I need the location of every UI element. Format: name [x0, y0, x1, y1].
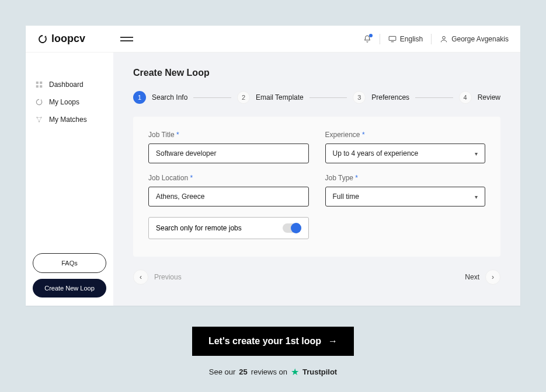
next-button[interactable]: Next ›: [465, 270, 500, 285]
step-preferences[interactable]: 3 Preferences: [353, 91, 409, 104]
trust-count: 25: [239, 368, 247, 376]
menu-toggle[interactable]: [120, 37, 133, 41]
step-connector: [193, 97, 231, 98]
jobtype-select[interactable]: Full time ▾: [325, 187, 486, 206]
trust-pre: See our: [209, 368, 236, 376]
cta-section: Let's create your 1st loop → See our 25 …: [0, 327, 546, 377]
step-email-template[interactable]: 2 Email Template: [237, 91, 304, 104]
step-label: Preferences: [371, 93, 409, 102]
arrow-right-icon: →: [328, 336, 338, 346]
cta-label: Let's create your 1st loop: [208, 336, 321, 346]
star-icon: ★: [291, 366, 299, 377]
user-menu[interactable]: George Avgenakis: [440, 35, 509, 43]
main-area: Dashboard My Loops My Matches FAQs C: [26, 52, 520, 306]
svg-rect-0: [389, 36, 396, 40]
step-number: 2: [237, 91, 250, 104]
field-experience: Experience * Up to 4 years of experience…: [325, 131, 486, 163]
trust-brand: Trustpilot: [302, 368, 337, 376]
step-connector: [415, 97, 453, 98]
location-input[interactable]: [148, 187, 309, 206]
stepper: 1 Search Info 2 Email Template 3 Prefere…: [133, 91, 500, 104]
svg-rect-3: [40, 82, 42, 84]
step-number: 1: [133, 91, 146, 104]
experience-label: Experience *: [325, 131, 486, 139]
previous-button[interactable]: ‹ Previous: [133, 270, 182, 285]
svg-rect-5: [40, 85, 42, 88]
jobtype-value: Full time: [333, 192, 359, 201]
language-switcher[interactable]: English: [388, 35, 423, 43]
step-number: 3: [353, 91, 366, 104]
sidebar: Dashboard My Loops My Matches FAQs C: [26, 52, 113, 306]
job-title-label: Job Title *: [148, 131, 309, 139]
svg-rect-4: [36, 85, 39, 88]
page-title: Create New Loop: [133, 68, 500, 78]
monitor-icon: [388, 36, 397, 43]
experience-select[interactable]: Up to 4 years of experience ▾: [325, 144, 486, 163]
svg-rect-2: [36, 82, 39, 84]
step-label: Email Template: [256, 93, 304, 102]
topbar: loopcv English George Avgenakis: [26, 26, 520, 52]
logo-text: loopcv: [51, 33, 85, 45]
topbar-right: English George Avgenakis: [363, 34, 509, 44]
jobtype-label: Job Type *: [325, 174, 486, 182]
job-title-input[interactable]: [148, 144, 309, 163]
notification-dot: [369, 34, 373, 37]
step-search-info[interactable]: 1 Search Info: [133, 91, 187, 104]
remote-toggle-row: Search only for remote jobs: [148, 217, 309, 239]
sidebar-item-label: My Loops: [49, 98, 79, 106]
location-label: Job Location *: [148, 174, 309, 182]
sidebar-bottom: FAQs Create New Loop: [33, 253, 106, 298]
chevron-down-icon: ▾: [475, 194, 478, 200]
sidebar-item-myloops[interactable]: My Loops: [33, 93, 106, 111]
step-connector: [309, 97, 347, 98]
loop-icon: [37, 34, 48, 44]
loop-icon: [35, 98, 43, 106]
trust-post: reviews on: [251, 368, 287, 376]
trustpilot-line[interactable]: See our 25 reviews on ★ Trustpilot: [209, 366, 337, 377]
faqs-label: FAQs: [61, 260, 78, 267]
field-location: Job Location *: [148, 174, 309, 206]
chevron-down-icon: ▾: [475, 150, 478, 157]
step-label: Review: [478, 93, 500, 102]
app-shell: loopcv English George Avgenakis: [26, 26, 520, 306]
logo[interactable]: loopcv: [37, 33, 85, 45]
chevron-left-icon: ‹: [133, 270, 148, 285]
language-label: English: [400, 35, 423, 43]
remote-label: Search only for remote jobs: [156, 224, 242, 232]
next-label: Next: [465, 273, 479, 281]
form-card: Job Title * Experience * Up to 4 years o…: [133, 117, 500, 257]
user-name: George Avgenakis: [451, 35, 509, 43]
user-icon: [440, 35, 448, 43]
network-icon: [35, 116, 43, 124]
sidebar-item-mymatches[interactable]: My Matches: [33, 111, 106, 128]
sidebar-item-label: My Matches: [49, 116, 87, 124]
sidebar-item-dashboard[interactable]: Dashboard: [33, 76, 106, 93]
faqs-button[interactable]: FAQs: [33, 253, 106, 273]
create-loop-button[interactable]: Create New Loop: [33, 279, 106, 298]
create-first-loop-button[interactable]: Let's create your 1st loop →: [192, 327, 354, 356]
step-label: Search Info: [152, 93, 187, 102]
form-nav: ‹ Previous Next ›: [133, 270, 500, 285]
previous-label: Previous: [154, 273, 182, 281]
field-job-title: Job Title *: [148, 131, 309, 163]
create-loop-label: Create New Loop: [44, 285, 95, 292]
divider: [431, 34, 432, 44]
sidebar-item-label: Dashboard: [49, 80, 84, 89]
field-jobtype: Job Type * Full time ▾: [325, 174, 486, 206]
divider: [380, 34, 380, 44]
notifications-button[interactable]: [363, 35, 371, 43]
grid-icon: [35, 80, 43, 89]
experience-value: Up to 4 years of experience: [333, 149, 419, 158]
svg-point-1: [443, 36, 446, 39]
step-number: 4: [459, 91, 472, 104]
chevron-right-icon: ›: [485, 270, 500, 285]
step-review[interactable]: 4 Review: [459, 91, 500, 104]
content: Create New Loop 1 Search Info 2 Email Te…: [113, 52, 520, 306]
remote-toggle[interactable]: [283, 223, 301, 233]
